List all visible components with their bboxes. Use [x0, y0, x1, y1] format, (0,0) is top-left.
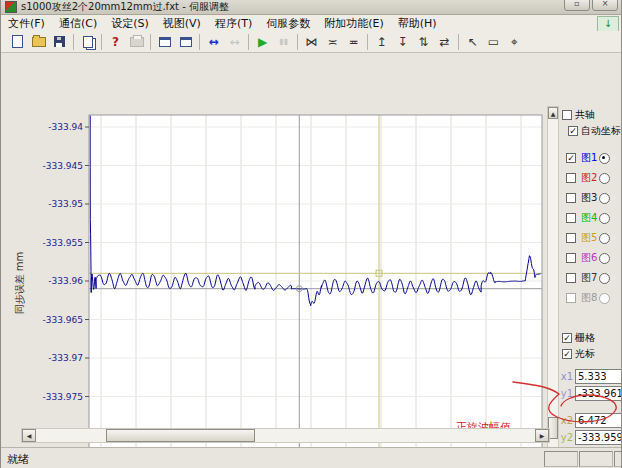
- move-view-icon: ⌖: [511, 35, 518, 49]
- grid-checkbox[interactable]: ✓ 栅格: [562, 331, 622, 345]
- pointer-icon: ↖: [467, 35, 477, 49]
- readout-y1-label: y1: [560, 388, 573, 399]
- readout-x1-label: x1: [560, 371, 573, 382]
- pointer-button[interactable]: ↖: [462, 33, 483, 51]
- plot-6-radio[interactable]: [599, 253, 610, 264]
- plot-7-radio[interactable]: [599, 273, 610, 284]
- menu-item-servo-params[interactable]: 伺服参数: [259, 16, 317, 31]
- plot-7-checkbox[interactable]: [566, 273, 576, 283]
- readout-x1-field[interactable]: 5.333: [575, 369, 622, 384]
- toolbar-separator: [297, 34, 298, 50]
- plot-5-radio[interactable]: [599, 233, 610, 244]
- run-button[interactable]: ▶: [252, 33, 273, 51]
- app-icon: [5, 1, 17, 13]
- readout-y1-field[interactable]: -333.961: [575, 386, 622, 401]
- window-view-1-icon: [159, 37, 171, 47]
- side-panel: 共轴 ✓ 自动坐标 ✓图1图2图3图4图5图6图7图8 ✓ 栅格 ✓ 光标 x1…: [560, 106, 622, 468]
- plot-2-label: 图2: [581, 171, 597, 185]
- window-title: s1000攻丝2个20mm12mm过.fxt - 伺服调整: [21, 0, 229, 14]
- status-cell: [579, 451, 613, 467]
- plot-4-radio[interactable]: [599, 213, 610, 224]
- plot-8-checkbox[interactable]: [566, 293, 576, 303]
- shift-y-down-button[interactable]: ⇄: [434, 33, 455, 51]
- open-file-button[interactable]: [28, 33, 49, 51]
- shift-y-up-button[interactable]: ⇅: [413, 33, 434, 51]
- scale-y-down-button[interactable]: ↧: [392, 33, 413, 51]
- scroll-left-button[interactable]: ◀: [22, 429, 36, 442]
- plot-5-checkbox[interactable]: [566, 233, 576, 243]
- status-text: 就绪: [7, 452, 29, 467]
- cursor-checkbox[interactable]: ✓ 光标: [562, 347, 622, 361]
- plot-8-radio[interactable]: [599, 293, 610, 304]
- plot-row-4: 图4: [566, 208, 622, 228]
- menu-item-file[interactable]: 文件(F): [1, 16, 52, 31]
- plot-3-checkbox[interactable]: [566, 193, 576, 203]
- status-cell: [614, 451, 622, 467]
- readout-x2-field[interactable]: 6.472: [575, 413, 622, 428]
- readout-x1: x15.333: [560, 369, 622, 384]
- plot-row-2: 图2: [566, 168, 622, 188]
- window-view-2-icon: [180, 37, 192, 47]
- menu-item-comm[interactable]: 通信(C): [52, 16, 104, 31]
- fit-x-button[interactable]: ≍: [322, 33, 343, 51]
- y-tick-label: -333.945: [43, 161, 83, 171]
- plot-1-checkbox[interactable]: ✓: [566, 153, 576, 163]
- toolbar-separator: [73, 34, 74, 50]
- coaxial-checkbox[interactable]: 共轴: [562, 108, 622, 122]
- plot-row-3: 图3: [566, 188, 622, 208]
- menu-item-view[interactable]: 视图(V): [156, 16, 208, 31]
- plot-6-checkbox[interactable]: [566, 253, 576, 263]
- new-file-button[interactable]: [7, 33, 28, 51]
- maximize-button[interactable]: ▫: [564, 0, 590, 11]
- fit-y-button[interactable]: ≖: [343, 33, 364, 51]
- plot-3-radio[interactable]: [599, 193, 610, 204]
- help-key-button[interactable]: ?: [105, 33, 126, 51]
- window-view-2-button[interactable]: [175, 33, 196, 51]
- y-tick-label: -333.96: [48, 276, 83, 286]
- menu-item-addons[interactable]: 附加功能(E): [317, 16, 391, 31]
- readout-y2: y2-333.959: [560, 430, 622, 445]
- plot-row-7: 图7: [566, 268, 622, 288]
- horizontal-scrollbar[interactable]: ◀ ▶: [21, 428, 550, 443]
- readout-y2-label: y2: [560, 432, 573, 443]
- y-tick-label: -333.94: [48, 122, 83, 132]
- scale-y-up-button[interactable]: ↥: [371, 33, 392, 51]
- scroll-up-button[interactable]: ▲: [548, 107, 558, 119]
- menu-item-help[interactable]: 帮助(H): [391, 16, 444, 31]
- plot-1-radio[interactable]: [599, 153, 610, 164]
- save-file-button[interactable]: [49, 33, 70, 51]
- readout-x2-label: x2: [560, 415, 573, 426]
- move-view-button[interactable]: ⌖: [504, 33, 525, 51]
- print-button[interactable]: [126, 33, 147, 51]
- green-down-arrow-button[interactable]: ↓: [597, 16, 619, 32]
- auto-coord-checkbox[interactable]: ✓ 自动坐标: [568, 124, 622, 138]
- scale-y-down-icon: ↧: [397, 35, 407, 49]
- scroll-right-button[interactable]: ▶: [535, 429, 549, 442]
- toolbar-separator: [150, 34, 151, 50]
- close-button[interactable]: ×: [592, 0, 618, 11]
- titlebar[interactable]: s1000攻丝2个20mm12mm过.fxt - 伺服调整 ▫ ×: [1, 0, 621, 15]
- readout-y2-field[interactable]: -333.959: [575, 430, 622, 445]
- vertical-scrollbar[interactable]: ▲ ▼: [547, 106, 559, 468]
- plot-2-radio[interactable]: [599, 173, 610, 184]
- toolbar-separator: [367, 34, 368, 50]
- copy-button[interactable]: [77, 33, 98, 51]
- grid-label: 栅格: [575, 331, 595, 345]
- plot-2-checkbox[interactable]: [566, 173, 576, 183]
- fit-all-icon: ⋈: [306, 35, 318, 49]
- pause-button[interactable]: ▮▮: [273, 33, 294, 51]
- plot-4-checkbox[interactable]: [566, 213, 576, 223]
- readout-x2: x26.472: [560, 413, 622, 428]
- horizontal-scroll-thumb[interactable]: [106, 429, 255, 442]
- pause-icon: ▮▮: [279, 37, 288, 46]
- select-box-button[interactable]: ▭: [483, 33, 504, 51]
- plot-5-label: 图5: [581, 231, 597, 245]
- menu-item-program[interactable]: 程序(T): [208, 16, 259, 31]
- span-x-alt-icon: ↔: [229, 35, 239, 49]
- menu-item-settings[interactable]: 设定(S): [104, 16, 156, 31]
- window-view-1-button[interactable]: [154, 33, 175, 51]
- span-x-alt-button[interactable]: ↔: [224, 33, 245, 51]
- fit-all-button[interactable]: ⋈: [301, 33, 322, 51]
- scale-y-up-icon: ↥: [376, 35, 386, 49]
- span-x-button[interactable]: ↔: [203, 33, 224, 51]
